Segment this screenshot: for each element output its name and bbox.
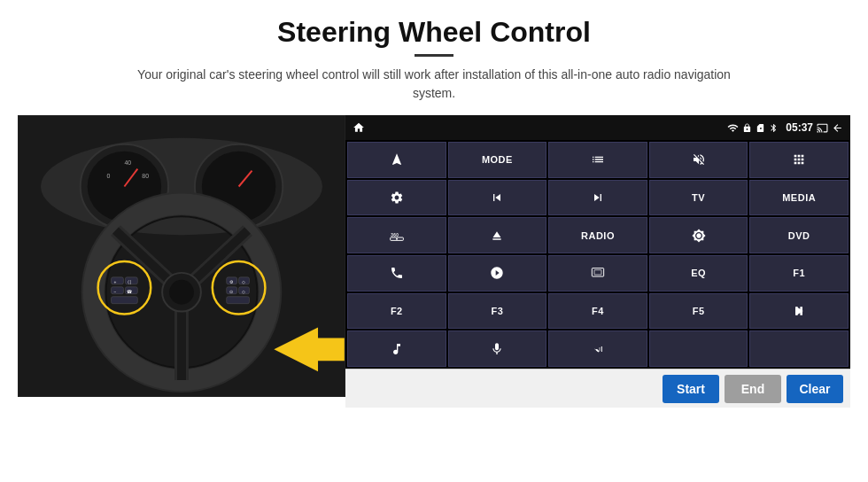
btn-settings[interactable] [347,180,446,216]
svg-text:◇: ◇ [242,280,245,284]
btn-cam360[interactable]: 360 [347,217,446,253]
btn-prev[interactable] [448,180,547,216]
screen-cast-icon [817,122,828,134]
btn-dvd[interactable]: DVD [749,217,849,253]
btn-f2[interactable]: F2 [347,293,446,330]
bluetooth-icon [769,123,779,133]
action-bar: Start End Clear [345,369,850,408]
btn-mode[interactable]: MODE [448,142,547,178]
svg-text:0: 0 [107,173,111,179]
home-icon [353,121,365,134]
btn-f5[interactable]: F5 [649,293,748,330]
btn-navigate[interactable] [347,142,446,178]
btn-screen-mirror[interactable] [548,255,647,292]
btn-empty2[interactable] [749,330,849,367]
btn-list[interactable] [548,142,647,178]
btn-radio[interactable]: RADIO [548,217,647,253]
page-title: Steering Wheel Control [277,16,591,49]
svg-text:⊙: ⊙ [229,290,233,294]
time-display: 05:37 [786,121,813,134]
btn-empty1[interactable] [649,330,748,367]
back-icon [832,122,843,134]
btn-music[interactable] [347,330,446,367]
button-grid: MODE [345,140,850,369]
status-bar: 05:37 [345,115,850,140]
btn-mute[interactable] [649,142,748,178]
lock-icon [742,123,752,133]
btn-vol-phone[interactable] [548,330,647,367]
svg-point-45 [396,237,398,239]
btn-tv[interactable]: TV [649,180,748,216]
clear-button[interactable]: Clear [787,375,843,403]
status-left [353,121,365,134]
btn-f1[interactable]: F1 [749,255,849,292]
btn-f3[interactable]: F3 [448,293,547,330]
btn-explore[interactable] [448,255,547,292]
btn-playpause[interactable] [749,293,849,330]
btn-next[interactable] [548,180,647,216]
btn-phone[interactable] [347,255,446,292]
svg-text:+: + [113,280,116,284]
svg-text:⟨|: ⟨| [128,280,130,284]
end-button[interactable]: End [725,375,781,403]
btn-f4[interactable]: F4 [548,293,647,330]
svg-rect-46 [592,268,603,276]
svg-text:−: − [113,290,116,294]
svg-text:80: 80 [142,173,149,179]
svg-text:☎: ☎ [127,290,132,294]
btn-mic[interactable] [448,330,547,367]
page-wrapper: Steering Wheel Control Your original car… [0,0,868,482]
sim-icon [756,123,765,133]
control-panel: 05:37 MODE [345,115,850,408]
btn-eject[interactable] [448,217,547,253]
svg-rect-41 [227,297,250,304]
btn-brightness[interactable] [649,217,748,253]
svg-text:40: 40 [124,159,131,166]
svg-rect-47 [594,270,601,275]
wifi-icon [727,122,739,134]
title-divider [415,54,453,57]
content-row: 0 80 40 [18,115,850,408]
svg-point-21 [169,280,194,305]
btn-apps[interactable] [749,142,849,178]
page-subtitle: Your original car's steering wheel contr… [124,66,744,103]
status-right: 05:37 [727,121,843,134]
btn-eq[interactable]: EQ [649,255,748,292]
start-button[interactable]: Start [663,375,719,403]
btn-media[interactable]: MEDIA [749,180,849,216]
steering-wheel-image: 0 80 40 [18,115,345,397]
svg-rect-31 [112,297,138,304]
svg-text:◇: ◇ [242,290,245,294]
